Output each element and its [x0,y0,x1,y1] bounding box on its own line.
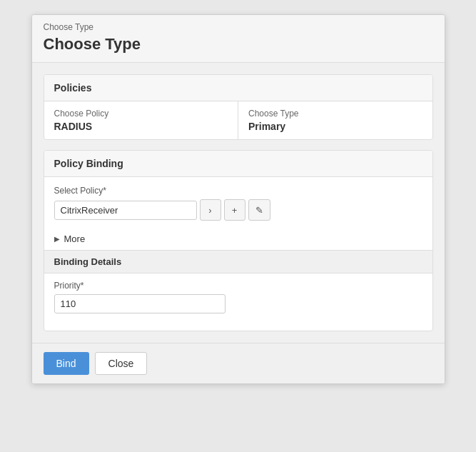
policy-binding-card: Policy Binding Select Policy* › + ✎ [44,150,433,331]
priority-label: Priority* [54,281,422,291]
binding-details-header: Binding Details [44,250,432,273]
edit-button[interactable]: ✎ [248,199,270,221]
more-arrow-icon: ▶ [54,235,60,243]
breadcrumb: Choose Type [44,22,433,32]
policies-card: Policies Choose Policy RADIUS Choose Typ… [44,74,433,140]
policies-header: Policies [44,75,432,101]
select-policy-input[interactable] [54,201,197,220]
binding-body: Select Policy* › + ✎ [44,177,432,331]
more-label: More [64,233,86,244]
page-title: Choose Type [44,35,433,54]
choose-policy-value: RADIUS [54,121,228,132]
policy-binding-header: Policy Binding [44,151,432,177]
modal-header: Choose Type Choose Type [32,15,445,63]
add-button[interactable]: + [224,199,245,221]
modal-body: Policies Choose Policy RADIUS Choose Typ… [32,63,445,343]
close-button[interactable]: Close [95,352,148,375]
choose-type-value: Primary [248,121,422,132]
select-policy-group: Select Policy* › + ✎ [54,186,422,221]
choose-type-label: Choose Type [248,109,422,119]
select-policy-input-group: › + ✎ [54,199,422,221]
modal-footer: Bind Close [32,343,445,383]
priority-input[interactable] [54,294,226,313]
plus-icon: + [232,205,238,216]
edit-icon: ✎ [255,205,263,216]
priority-group: Priority* [54,281,422,313]
choose-policy-label: Choose Policy [54,109,228,119]
bind-button[interactable]: Bind [44,352,89,375]
arrow-button[interactable]: › [200,199,221,221]
arrow-icon: › [208,205,211,216]
policies-row: Choose Policy RADIUS Choose Type Primary [44,101,432,139]
choose-type-cell: Choose Type Primary [238,101,432,139]
choose-policy-cell: Choose Policy RADIUS [44,101,239,139]
modal-container: Choose Type Choose Type Policies Choose … [31,14,445,384]
more-toggle[interactable]: ▶ More [54,229,422,250]
select-policy-label: Select Policy* [54,186,422,196]
